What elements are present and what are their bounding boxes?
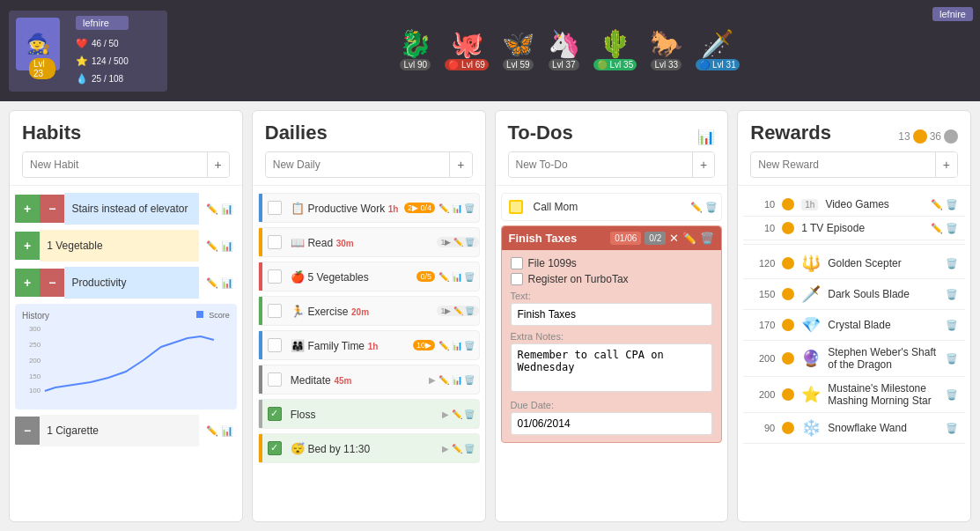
subtask-label: Register on TurboTax — [528, 273, 629, 285]
top-bar: 🧙 Lvl 23 lefnire ❤️ 46 / 50 ⭐ 124 / 500 … — [0, 0, 980, 101]
todos-title: To-Dos — [508, 122, 573, 144]
party-level: Lvl 37 — [549, 59, 579, 70]
reward-icon: 💎 — [801, 315, 821, 335]
delete-icon[interactable]: 🗑️ — [700, 232, 714, 245]
reward-actions: 🗑️ — [946, 258, 958, 269]
todos-column: To-Dos 📊 + Call Mom ✏️ 🗑️ Finish Taxes 0… — [495, 110, 729, 522]
todo-streak-badge: 0/2 — [645, 232, 666, 245]
daily-checkbox[interactable] — [268, 372, 282, 387]
close-icon[interactable]: ✕ — [669, 232, 679, 245]
hp-row: ❤️ 46 / 50 — [76, 38, 129, 49]
chart-icon: 📊 — [697, 129, 715, 145]
todo-checkbox[interactable] — [509, 200, 523, 214]
daily-checkbox[interactable] — [268, 304, 282, 318]
todo-due-label: Due Date: — [511, 400, 713, 410]
add-habit-button[interactable]: + — [207, 152, 229, 177]
svg-text:300: 300 — [29, 325, 41, 333]
daily-name: 5 Vegetables — [307, 271, 368, 284]
reward-actions: 🗑️ — [946, 423, 958, 434]
todo-text-label: Text: — [511, 291, 713, 301]
xp-row: ⭐ 124 / 500 — [76, 55, 129, 67]
coin-count: 13 36 — [898, 129, 958, 144]
habit-plus-button[interactable]: + — [15, 195, 40, 223]
habit-minus-button[interactable]: − — [15, 417, 40, 445]
habit-icons: ✏️ 📊 — [203, 200, 237, 218]
add-daily-button[interactable]: + — [449, 152, 471, 177]
rewards-header: Rewards 13 36 + — [738, 111, 970, 186]
new-reward-input[interactable] — [751, 153, 935, 176]
habit-item: + − Stairs instead of elevator ✏️ 📊 — [15, 193, 237, 225]
new-daily-input[interactable] — [266, 153, 450, 176]
subtask-checkbox[interactable] — [511, 273, 523, 285]
todo-notes-input[interactable]: Remember to call CPA on Wednesday — [511, 343, 713, 392]
daily-time: 45m — [334, 376, 351, 386]
daily-content: 🏃 Exercise 20m — [287, 300, 438, 322]
daily-color-bar — [259, 331, 262, 359]
reward-item: 10 1 TV Episode ✏️ 🗑️ — [743, 217, 965, 240]
todo-expanded-title: Finish Taxes — [509, 232, 611, 245]
daily-checkbox[interactable] — [268, 338, 282, 352]
habit-plus-button[interactable]: + — [15, 232, 40, 260]
daily-name: Bed by 11:30 — [307, 443, 370, 455]
new-habit-input[interactable] — [23, 153, 207, 176]
party-sprite: 🦄 — [548, 31, 580, 57]
party-member: 🗡️ 🔵 Lvl 31 — [696, 31, 739, 70]
streak-badge: 0/5 — [416, 271, 435, 282]
habit-minus-button[interactable]: − — [40, 195, 64, 223]
daily-content: 🍎 5 Vegetables — [287, 266, 417, 288]
daily-actions: ▶ ✏️ 🗑️ — [438, 406, 479, 423]
habit-plus-button[interactable]: + — [15, 269, 40, 297]
edit-icon[interactable]: ✏️ — [682, 232, 696, 245]
reward-cost: 90 — [750, 423, 775, 433]
reward-name: Stephen Weber's Shaft of the Dragon — [828, 346, 939, 371]
reward-cost: 170 — [750, 320, 775, 330]
daily-icon: 🍎 — [291, 270, 308, 284]
daily-color-bar — [259, 400, 262, 428]
habit-label: 1 Cigarette — [40, 415, 199, 446]
todos-body: Call Mom ✏️ 🗑️ Finish Taxes 01/06 0/2 ✕ … — [496, 186, 728, 521]
svg-text:200: 200 — [29, 357, 41, 365]
party-member: 🦋 Lvl 59 — [502, 31, 534, 70]
subtask-checkbox[interactable] — [511, 257, 523, 269]
daily-color-bar — [259, 262, 262, 291]
reward-icon: 🗡️ — [801, 284, 821, 304]
daily-actions: ✏️ 📊 🗑️ — [435, 200, 479, 217]
daily-content: 📋 Productive Work 1h — [287, 197, 404, 219]
todo-text-input[interactable] — [511, 303, 713, 326]
daily-icon: 😴 — [291, 442, 308, 455]
daily-checkbox[interactable] — [268, 407, 282, 421]
todo-due-input[interactable] — [511, 412, 713, 435]
todo-actions: ✏️ 🗑️ — [687, 198, 721, 217]
reward-icon: ⭐ — [801, 385, 821, 404]
daily-checkbox[interactable] — [268, 441, 282, 455]
daily-item: Meditate 45m ▶ ✏️ 📊 🗑️ — [258, 365, 480, 395]
streak-badge: 1▶ ✏️ 🗑️ — [437, 306, 478, 316]
todo-expanded-body: File 1099s Register on TurboTax Text: Ex… — [502, 250, 722, 442]
daily-checkbox[interactable] — [268, 201, 282, 215]
daily-time: 1h — [388, 204, 399, 214]
daily-time: 20m — [351, 307, 369, 317]
add-todo-button[interactable]: + — [692, 152, 714, 177]
add-reward-button[interactable]: + — [935, 152, 957, 177]
reward-cost: 10 — [750, 223, 775, 233]
daily-name: Exercise — [307, 306, 348, 318]
daily-checkbox[interactable] — [268, 269, 282, 284]
reward-name: Mustaine's Milestone Mashing Morning Sta… — [828, 382, 939, 407]
new-todo-row: + — [508, 151, 716, 178]
reward-name: Snowflake Wand — [828, 422, 939, 434]
daily-color-bar — [259, 297, 262, 325]
party-level: Lvl 59 — [503, 59, 534, 70]
new-todo-input[interactable] — [509, 153, 693, 176]
daily-item: 👨‍👩‍👧 Family Time 1h 10▶ ✏️ 📊 🗑️ — [258, 330, 480, 360]
party-sprite: 🗡️ — [701, 31, 733, 57]
habit-icons: ✏️ 📊 — [203, 237, 237, 255]
chart-legend: Score — [196, 311, 230, 320]
reward-actions: 🗑️ — [946, 320, 958, 331]
username-top: lefnire — [76, 16, 129, 30]
habit-minus-button[interactable]: − — [40, 269, 64, 297]
daily-checkbox[interactable] — [268, 235, 282, 249]
daily-name: Productive Work — [307, 203, 385, 215]
stat-info: lefnire ❤️ 46 / 50 ⭐ 124 / 500 💧 25 / 10… — [76, 16, 129, 86]
daily-icon: 📋 — [291, 202, 308, 215]
reward-actions: ✏️ 🗑️ — [931, 223, 958, 234]
